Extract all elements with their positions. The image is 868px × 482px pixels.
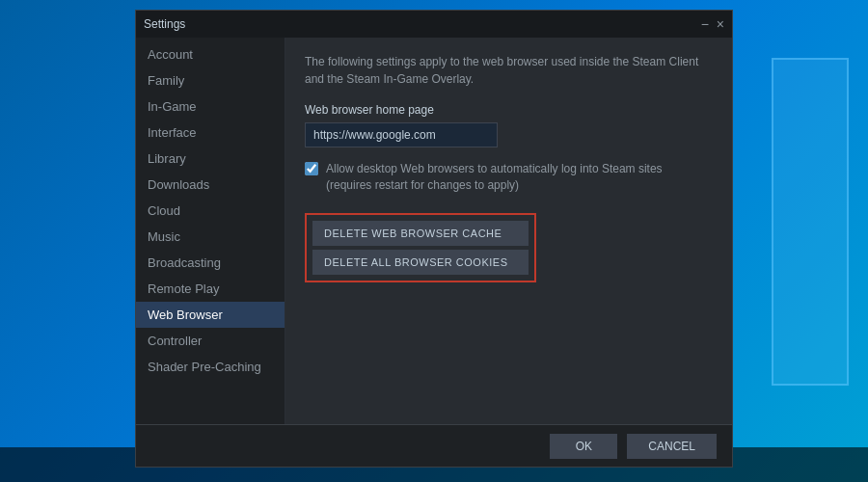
content-area: The following settings apply to the web …: [285, 38, 732, 424]
sidebar-item-downloads[interactable]: Downloads: [136, 172, 285, 198]
delete-cache-button[interactable]: DELETE WEB BROWSER CACHE: [312, 221, 529, 246]
checkbox-row: Allow desktop Web browsers to automatica…: [305, 161, 713, 194]
sidebar-item-music[interactable]: Music: [136, 224, 285, 250]
sidebar-item-family[interactable]: Family: [136, 67, 285, 94]
close-button[interactable]: ×: [717, 17, 724, 31]
sidebar-item-shader-pre-caching[interactable]: Shader Pre-Caching: [136, 354, 285, 380]
dialog-title: Settings: [144, 17, 185, 31]
checkbox-label: Allow desktop Web browsers to automatica…: [326, 161, 663, 194]
window-decoration: [772, 58, 849, 386]
settings-dialog: Settings − × Account Family In-Game Inte…: [135, 10, 733, 468]
cancel-button[interactable]: CANCEL: [627, 434, 717, 459]
sidebar-item-in-game[interactable]: In-Game: [136, 94, 285, 120]
ok-button[interactable]: OK: [550, 434, 617, 459]
browser-action-buttons: DELETE WEB BROWSER CACHE DELETE ALL BROW…: [305, 213, 536, 282]
dialog-footer: OK CANCEL: [136, 424, 732, 467]
homepage-label: Web browser home page: [305, 103, 713, 117]
sidebar-item-interface[interactable]: Interface: [136, 120, 285, 146]
auto-login-checkbox[interactable]: [305, 162, 318, 175]
delete-cookies-button[interactable]: DELETE ALL BROWSER COOKIES: [312, 250, 529, 275]
sidebar-item-controller[interactable]: Controller: [136, 328, 285, 354]
description-text: The following settings apply to the web …: [305, 53, 713, 88]
sidebar-item-library[interactable]: Library: [136, 146, 285, 172]
title-bar: Settings − ×: [136, 11, 732, 38]
dialog-body: Account Family In-Game Interface Library…: [136, 38, 732, 424]
minimize-button[interactable]: −: [701, 17, 709, 31]
sidebar-item-remote-play[interactable]: Remote Play: [136, 276, 285, 302]
sidebar-item-cloud[interactable]: Cloud: [136, 198, 285, 224]
sidebar-item-web-browser[interactable]: Web Browser: [136, 302, 285, 328]
title-bar-controls: − ×: [701, 17, 724, 31]
sidebar-item-broadcasting[interactable]: Broadcasting: [136, 250, 285, 276]
sidebar-item-account[interactable]: Account: [136, 41, 285, 67]
homepage-input[interactable]: [305, 122, 498, 147]
sidebar: Account Family In-Game Interface Library…: [136, 38, 285, 424]
